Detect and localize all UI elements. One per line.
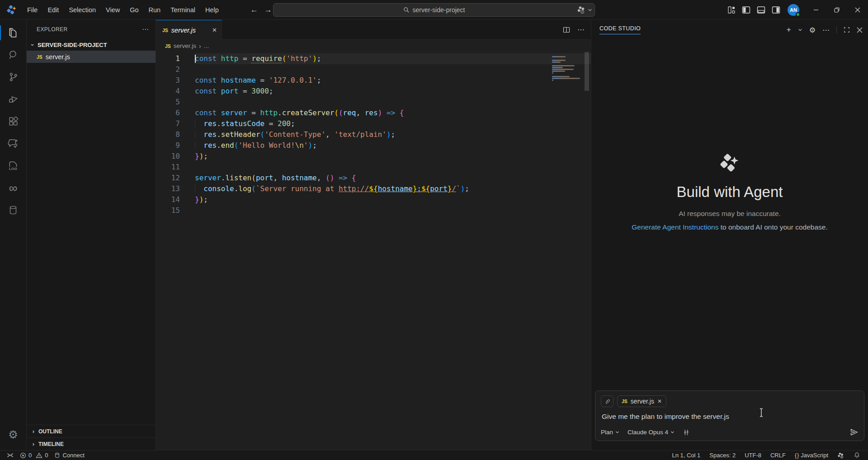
forward-arrow-icon[interactable]: →	[264, 5, 272, 14]
code-lines[interactable]: const http = require('http');const hostn…	[195, 53, 591, 450]
search-panel-icon[interactable]	[0, 44, 27, 66]
tab-serverjs[interactable]: JS server.js ✕	[156, 20, 222, 40]
menu-help[interactable]: Help	[201, 4, 223, 16]
mouse-ibeam-cursor	[759, 408, 764, 418]
chevron-down-icon	[588, 8, 592, 12]
timeline-label: TIMELINE	[38, 441, 64, 447]
breadcrumb[interactable]: JS server.js › ...	[156, 40, 591, 52]
code-line-8[interactable]: res.setHeader('Content-Type', 'text/plai…	[195, 129, 591, 140]
code-area[interactable]: 123456789101112131415 const http = requi…	[156, 52, 591, 450]
back-arrow-icon[interactable]: ←	[250, 5, 258, 14]
customize-layout-icon[interactable]	[727, 6, 736, 14]
split-editor-icon[interactable]	[563, 26, 570, 33]
menu-run[interactable]: Run	[144, 4, 165, 16]
menu-edit[interactable]: Edit	[43, 4, 63, 16]
code-line-5[interactable]	[195, 97, 591, 108]
explorer-more-actions-icon[interactable]: ⋯	[142, 25, 149, 33]
code-line-1[interactable]: const http = require('http');	[195, 53, 591, 64]
menu-file[interactable]: File	[23, 4, 42, 16]
chat-input-text[interactable]: Give me the plan to improve the server.j…	[602, 413, 858, 421]
cursor-position[interactable]: Ln 1, Col 1	[669, 451, 703, 460]
code-line-9[interactable]: res.end('Hello World!\n');	[195, 140, 591, 151]
problems-indicator[interactable]: 0 0	[17, 451, 51, 460]
app-logo-icon	[6, 5, 17, 15]
code-line-13[interactable]: console.log(`Server running at http://${…	[195, 183, 591, 194]
outline-section[interactable]: › OUTLINE	[27, 425, 156, 437]
model-dropdown[interactable]: Claude Opus 4	[627, 429, 675, 436]
eol-sequence[interactable]: CRLF	[767, 451, 789, 460]
chat-icon[interactable]	[0, 132, 27, 155]
agent-logo-icon	[719, 153, 740, 174]
menu-view[interactable]: View	[101, 4, 124, 16]
editor-more-actions-icon[interactable]: ⋯	[577, 25, 585, 34]
file-name: server.js	[46, 53, 70, 61]
source-control-icon[interactable]	[0, 66, 27, 88]
code-line-4[interactable]: const port = 3000;	[195, 86, 591, 97]
tab-close-icon[interactable]: ✕	[212, 27, 217, 33]
language-mode[interactable]: { } JavaScript	[792, 451, 831, 460]
breadcrumb-symbol[interactable]: ...	[204, 42, 209, 49]
menu-go[interactable]: Go	[125, 4, 143, 16]
minimize-button[interactable]	[806, 0, 826, 20]
code-line-3[interactable]: const hostname = '127.0.0.1';	[195, 75, 591, 86]
database-icon[interactable]	[0, 199, 27, 221]
chip-close-icon[interactable]: ✕	[657, 398, 662, 404]
command-center-search[interactable]: server-side-project	[273, 3, 595, 17]
settings-gear-icon[interactable]: ⚙	[0, 423, 27, 446]
toggle-primary-sidebar-icon[interactable]	[742, 6, 750, 14]
send-button[interactable]	[850, 428, 859, 437]
code-studio-tab[interactable]: CODE STUDIO	[599, 25, 641, 34]
tools-icon[interactable]	[683, 429, 690, 436]
connect-button[interactable]: Connect	[51, 451, 87, 460]
vs-project-icon[interactable]: ∞	[0, 177, 27, 199]
chevron-down-icon[interactable]	[798, 28, 802, 32]
project-name: SERVER-SIDE-PROJECT	[38, 42, 107, 48]
toggle-panel-icon[interactable]	[757, 6, 765, 14]
timeline-section[interactable]: › TIMELINE	[27, 437, 156, 450]
run-and-debug-icon[interactable]	[0, 88, 27, 110]
account-avatar[interactable]: AN	[788, 4, 799, 16]
breadcrumb-file[interactable]: server.js	[174, 42, 196, 49]
editor-scrollbar[interactable]	[585, 52, 589, 91]
generate-instructions-link[interactable]: Generate Agent Instructions	[632, 223, 718, 231]
code-line-2[interactable]	[195, 64, 591, 75]
close-panel-icon[interactable]	[857, 27, 863, 33]
minimap[interactable]	[550, 53, 582, 86]
code-line-15[interactable]	[195, 205, 591, 216]
code-line-10[interactable]: });	[195, 151, 591, 162]
notifications-bell-icon[interactable]	[850, 451, 863, 460]
attach-context-button[interactable]	[601, 395, 613, 407]
close-window-button[interactable]	[847, 0, 868, 20]
panel-more-actions-icon[interactable]: ⋯	[822, 26, 830, 34]
new-chat-icon[interactable]: +	[787, 25, 791, 34]
warning-icon	[36, 452, 42, 459]
project-folder-row[interactable]: › SERVER-SIDE-PROJECT	[27, 39, 156, 51]
code-line-14[interactable]: });	[195, 194, 591, 205]
expand-panel-icon[interactable]	[844, 27, 850, 33]
chat-input-box[interactable]: JS server.js ✕ Give me the plan to impro…	[595, 390, 864, 441]
restore-button[interactable]	[826, 0, 847, 20]
toggle-secondary-sidebar-icon[interactable]	[772, 6, 780, 14]
extensions-icon[interactable]	[0, 110, 27, 132]
panel-settings-gear-icon[interactable]: ⚙	[809, 26, 816, 34]
search-value: server-side-project	[413, 6, 465, 14]
agent-status-icon[interactable]	[834, 451, 848, 460]
context-chip-serverjs[interactable]: JS server.js ✕	[617, 395, 666, 407]
code-line-12[interactable]: server.listen(port, hostname, () => {	[195, 173, 591, 183]
mode-dropdown[interactable]: Plan	[601, 429, 619, 436]
code-line-11[interactable]	[195, 162, 591, 173]
menu-terminal[interactable]: Terminal	[166, 4, 200, 16]
code-line-6[interactable]: const server = http.createServer((req, r…	[195, 108, 591, 118]
chevron-down-icon: ›	[29, 42, 36, 48]
indentation[interactable]: Spaces: 2	[706, 451, 739, 460]
remote-indicator[interactable]	[4, 451, 17, 460]
menu-selection[interactable]: Selection	[64, 4, 100, 16]
log-icon[interactable]: LOG	[0, 155, 27, 177]
explorer-icon[interactable]	[0, 22, 27, 44]
code-line-7[interactable]: res.statusCode = 200;	[195, 118, 591, 129]
js-file-icon: JS	[162, 28, 168, 33]
file-row-serverjs[interactable]: JS server.js	[27, 51, 156, 63]
chevron-right-icon: ›	[30, 441, 37, 447]
agent-status-dropdown[interactable]	[577, 3, 592, 17]
encoding[interactable]: UTF-8	[741, 451, 764, 460]
